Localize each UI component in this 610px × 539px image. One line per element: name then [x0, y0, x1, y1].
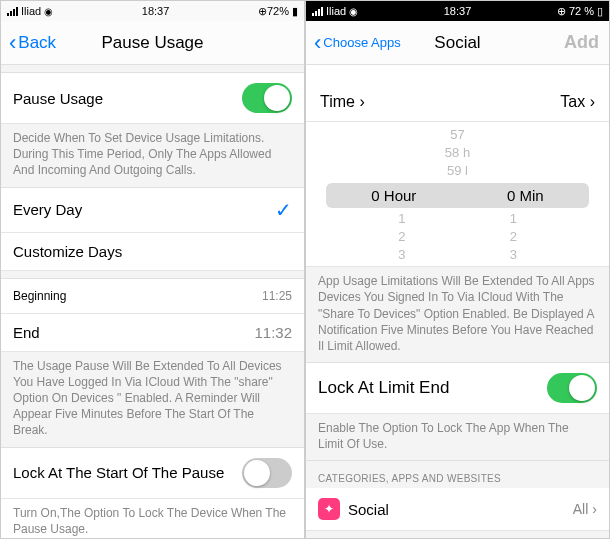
nav-bar: ‹ Choose Apps Social Add [306, 21, 609, 65]
lock-limit-row: Lock At Limit End [306, 363, 609, 414]
customize-days-row[interactable]: Customize Days [1, 233, 304, 271]
carrier: Iliad [326, 5, 346, 17]
wifi-icon: ◉ [349, 6, 358, 17]
share-desc: The Usage Pause Will Be Extended To All … [1, 352, 304, 448]
check-icon: ✓ [275, 198, 292, 222]
chevron-right-icon: › [592, 501, 597, 517]
every-day-row[interactable]: Every Day ✓ [1, 188, 304, 233]
segment-header: Time › Tax › [306, 83, 609, 122]
battery-pct: ⊕72% [258, 5, 289, 18]
signal-icon [7, 7, 18, 16]
phone-left: Iliad ◉ 18:37 ⊕72% ▮ ‹ Back Pause Usage … [0, 0, 305, 539]
chevron-left-icon: ‹ [9, 30, 16, 56]
back-button[interactable]: ‹ Choose Apps [314, 30, 401, 56]
lock-start-toggle[interactable] [242, 458, 292, 488]
pause-usage-toggle[interactable] [242, 83, 292, 113]
nav-bar: ‹ Back Pause Usage [1, 21, 304, 65]
add-button[interactable]: Add [564, 32, 599, 53]
pause-usage-row: Pause Usage [1, 73, 304, 124]
pause-usage-desc: Decide When To Set Device Usage Limitati… [1, 124, 304, 188]
status-bar: Iliad ◉ 18:37 ⊕72% ▮ [1, 1, 304, 21]
back-button[interactable]: ‹ Back [9, 30, 56, 56]
battery-icon: ▮ [292, 5, 298, 18]
limit-desc: App Usage Limitations Will Be Extended T… [306, 267, 609, 363]
beginning-row[interactable]: Beginning 11:25 [1, 279, 304, 314]
battery-icon: ▯ [597, 5, 603, 18]
end-row[interactable]: End 11:32 [1, 314, 304, 352]
signal-icon [312, 7, 323, 16]
status-bar: Iliad ◉ 18:37 ⊕ 72 % ▯ [306, 1, 609, 21]
lock-start-row: Lock At The Start Of The Pause [1, 448, 304, 499]
category-social-row[interactable]: ✦ Social All › [306, 488, 609, 531]
social-icon: ✦ [318, 498, 340, 520]
wifi-icon: ◉ [44, 6, 53, 17]
battery-pct: ⊕ 72 % [557, 5, 594, 18]
seg-tax[interactable]: Tax › [560, 93, 595, 111]
carrier: Iliad [21, 5, 41, 17]
seg-time[interactable]: Time › [320, 93, 365, 111]
status-time: 18:37 [142, 5, 170, 17]
time-picker[interactable]: 57 58 h 59 l 0 Hour 0 Min 1 2 3 1 2 3 [306, 122, 609, 267]
lock-start-label: Lock At The Start Of The Pause [13, 464, 224, 481]
pause-usage-label: Pause Usage [13, 90, 103, 107]
chevron-left-icon: ‹ [314, 30, 321, 56]
lock-limit-desc: Enable The Option To Lock The App When T… [306, 414, 609, 461]
picker-selected: 0 Hour 0 Min [326, 183, 589, 208]
section-header: CATEGORIES, APPS AND WEBSITES [306, 461, 609, 488]
status-time: 18:37 [444, 5, 472, 17]
phone-right: Iliad ◉ 18:37 ⊕ 72 % ▯ ‹ Choose Apps Soc… [305, 0, 610, 539]
lock-limit-label: Lock At Limit End [318, 378, 449, 398]
lock-limit-toggle[interactable] [547, 373, 597, 403]
lock-start-desc: Turn On,The Option To Lock The Device Wh… [1, 499, 304, 539]
